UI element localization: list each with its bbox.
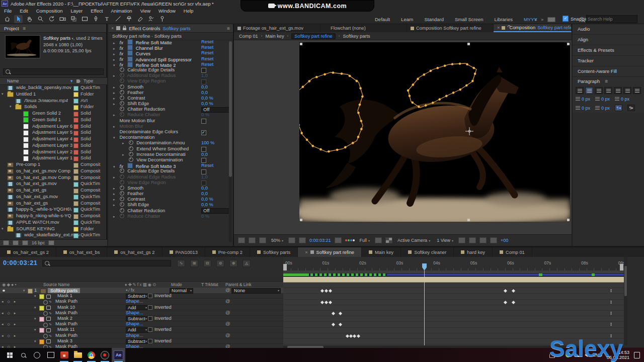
pickwhip-icon[interactable]: @	[225, 321, 230, 327]
work-area-end-handle[interactable]	[620, 264, 623, 270]
property-value[interactable]: 0,0	[201, 90, 208, 96]
twirl-icon[interactable]: ▸	[113, 101, 118, 107]
effect-row[interactable]: fx View Decontamination ▾	[108, 157, 229, 163]
property-value[interactable]: 1,0	[201, 174, 208, 180]
viewer-tab[interactable]: Composition Softkey part refine	[407, 24, 494, 32]
effect-row[interactable]: fx Decontaminate Edge Colors ▾	[108, 129, 229, 135]
timeline-tab[interactable]: × os_hat_ext_bs	[56, 247, 107, 257]
viewer-tab-active[interactable]: × Composition Softkey part refine ≡	[494, 24, 572, 32]
work-area-start-handle[interactable]	[283, 264, 287, 270]
frame-blend-icon[interactable]: ⊘	[216, 260, 224, 267]
property-value[interactable]: 1,0	[201, 73, 208, 78]
mask-mode-dropdown[interactable]: Add▾	[126, 305, 148, 311]
align-right-button[interactable]	[595, 87, 603, 94]
mask-visibility-icon[interactable]	[299, 237, 306, 243]
align-center-button[interactable]	[585, 87, 593, 94]
twirl-icon[interactable]: ▸	[113, 90, 118, 96]
layer-duration-bar[interactable]	[283, 277, 624, 283]
current-time-display[interactable]: 0:00:03:21	[3, 259, 38, 266]
effect-controls-tab[interactable]: Effect Controls	[129, 26, 160, 31]
keyframe-navigator[interactable]: ◂ ◇ ▸	[2, 321, 17, 327]
effect-row[interactable]: fx More Motion Blur ▾	[108, 118, 229, 124]
timeline-tab[interactable]: × Softkey cleaner	[401, 247, 454, 257]
layer-name[interactable]: Softkey parts	[48, 288, 80, 293]
region-of-interest-icon[interactable]	[375, 237, 382, 243]
trash-icon[interactable]	[48, 240, 54, 245]
column-name[interactable]: Name	[7, 78, 19, 83]
item-name[interactable]: wide_skateflatsky_ext.mov	[24, 232, 79, 238]
twirl-icon[interactable]: ▸	[113, 174, 118, 180]
mode-column[interactable]: Mode	[171, 282, 182, 287]
item-name[interactable]: os_hair_ext_gs	[16, 200, 48, 207]
viewer-tab[interactable]: Flowchart (none)	[320, 24, 407, 32]
project-item-row[interactable]: ▾ Adjustment Layer 1 Solid	[0, 155, 107, 161]
rotate-tool[interactable]	[47, 15, 56, 23]
twirl-icon[interactable]: ▾	[34, 338, 36, 344]
viewer-tab[interactable]: Footage os_hair_ext_gs.mov	[234, 24, 320, 32]
keyframe-icon[interactable]	[320, 301, 324, 304]
parent-dropdown[interactable]: None▾	[231, 288, 281, 294]
stopwatch-icon[interactable]	[120, 84, 124, 89]
effect-row[interactable]: fx Chatter Reduction Off Off▾	[108, 107, 229, 112]
blend-mode-dropdown[interactable]: Normal▾	[170, 288, 193, 294]
keyframe-icon[interactable]	[339, 323, 342, 326]
workspace-tab[interactable]: Small Screen	[455, 17, 484, 22]
stopwatch-icon[interactable]	[43, 311, 48, 316]
media-app-icon[interactable]: ▦	[57, 348, 71, 362]
inverted-checkbox[interactable]	[148, 339, 152, 343]
workspace-tab[interactable]: Standard	[424, 17, 444, 22]
eye-icon[interactable]	[3, 290, 5, 292]
task-view-button[interactable]	[44, 348, 57, 362]
item-name[interactable]: Untitled 1	[16, 91, 36, 98]
keyframe-icon[interactable]	[512, 301, 515, 304]
keyframe-icon[interactable]	[325, 289, 328, 293]
stopwatch-icon[interactable]	[120, 180, 124, 185]
twirl-icon[interactable]: ▸	[113, 186, 118, 191]
shape-link[interactable]: Shape...	[126, 310, 143, 316]
effect-row[interactable]: fx Calculate Edge Details ▾	[108, 67, 229, 73]
stopwatch-icon[interactable]	[129, 152, 133, 156]
stopwatch-icon[interactable]	[129, 157, 133, 162]
stopwatch-icon[interactable]	[129, 140, 133, 145]
timeline-search[interactable]	[42, 260, 171, 266]
stopwatch-icon[interactable]	[120, 73, 124, 77]
project-item-row[interactable]: ▾ wide_backlit_opensky.mov QuickTim	[0, 84, 107, 91]
project-item-row[interactable]: ▾ os_hat_ext_gs.mov Comp 1 Composit	[0, 174, 107, 181]
reset-link[interactable]: Reset	[201, 62, 213, 67]
layer-row[interactable]: ▾ Mask 2 Subtract▾ Inverted Subtract▾	[0, 316, 283, 321]
twirl-icon[interactable]: ▾	[113, 135, 118, 140]
checkbox[interactable]	[201, 79, 206, 84]
twirl-icon[interactable]: ▾	[34, 305, 36, 310]
roto-brush-tool[interactable]	[147, 15, 155, 23]
pixel-aspect-icon[interactable]	[458, 237, 465, 243]
dropdown[interactable]: Off▾	[201, 208, 229, 214]
magnification-icon[interactable]	[249, 237, 256, 243]
mask-mode-dropdown[interactable]: Subtract▾	[126, 339, 148, 344]
flowchart-button-icon[interactable]	[490, 237, 497, 243]
inverted-checkbox[interactable]	[148, 327, 152, 332]
stopwatch-icon[interactable]	[120, 214, 124, 218]
justify-last-right-button[interactable]	[623, 87, 631, 94]
keyframe-icon[interactable]	[503, 289, 507, 293]
label-color-swatch[interactable]	[73, 105, 78, 110]
effect-row[interactable]: fx Chatter Reduction Off Off▾	[108, 208, 229, 214]
project-item-row[interactable]: ▾ os_hat_ext_gs.mov Comp 2 Composit	[0, 168, 107, 174]
new-comp-icon[interactable]	[22, 240, 28, 245]
inverted-control[interactable]: Inverted	[148, 316, 172, 321]
timeline-graph-area[interactable]: 00s01s02s03s04s05s06s07s08s09s IIIII	[283, 257, 624, 345]
crumb[interactable]: Softkey parts	[343, 34, 370, 39]
file-explorer-icon[interactable]	[71, 348, 85, 362]
transparency-grid-icon[interactable]	[385, 237, 392, 243]
property-value[interactable]: 0 %	[201, 112, 209, 118]
label-color-swatch[interactable]	[73, 143, 78, 148]
label-color-swatch[interactable]	[73, 182, 78, 187]
stopwatch-icon[interactable]	[120, 191, 124, 196]
project-bpc[interactable]: 16 bpc	[32, 240, 45, 245]
timeline-tab[interactable]: × Softkey parts	[250, 247, 298, 257]
indent-right-value[interactable]: 0 px	[582, 106, 590, 111]
timeline-button-icon[interactable]	[479, 237, 487, 243]
item-name[interactable]: happy-b_nking-while-s-YQGH6VK	[16, 213, 71, 219]
timeline-tab[interactable]: × hard key	[454, 247, 493, 257]
project-item-row[interactable]: ▾ SOURSE KEYING Folder	[0, 226, 107, 232]
layer-row[interactable]: ▾ Mask 10 Add▾ Inverted Add▾ @	[0, 305, 283, 310]
